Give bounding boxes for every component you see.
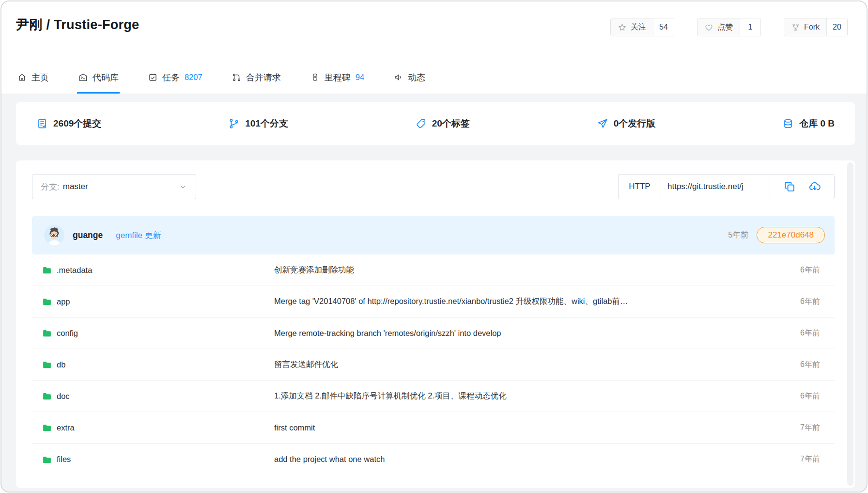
file-row-app[interactable]: app Merge tag 'V20140708' of http://repo… [32, 286, 835, 318]
file-row-metadata[interactable]: .metadata 创新竞赛添加删除功能 6年前 [32, 254, 835, 286]
file-name-cell[interactable]: config [32, 328, 274, 338]
file-name: app [57, 297, 70, 306]
clone-url-group: HTTP https://git.trustie.net/j [618, 174, 835, 199]
action-button-fork[interactable]: Fork 20 [784, 18, 848, 36]
file-commit-time: 6年前 [762, 265, 835, 275]
file-name-cell[interactable]: .metadata [32, 265, 274, 275]
file-commit-message[interactable]: first commit [274, 423, 762, 432]
action-count[interactable]: 20 [827, 18, 847, 36]
repo-header: 尹刚 / Trustie-Forge 关注 54 点赞 1 [1, 1, 867, 94]
repo-stats-bar: 2609个提交 101个分支 20个标签 0个发行版 仓库 0 B [16, 102, 855, 145]
action-icon [618, 23, 627, 32]
tab-home[interactable]: 主页 [16, 63, 50, 94]
stat-tags[interactable]: 20个标签 [415, 117, 470, 130]
folder-icon [42, 359, 52, 370]
file-name: extra [57, 423, 75, 432]
app-window: 尹刚 / Trustie-Forge 关注 54 点赞 1 [0, 0, 868, 493]
tab-icon [393, 72, 403, 82]
action-label-text: Fork [804, 23, 820, 32]
file-name: config [57, 329, 78, 338]
file-row-doc[interactable]: doc 1.添加文档 2.邮件中缺陷序号计算机制优化 2.项目、课程动态优化 6… [32, 381, 835, 412]
file-name: doc [57, 392, 70, 401]
action-count[interactable]: 1 [740, 18, 760, 36]
action-label-text: 点赞 [717, 22, 733, 32]
folder-icon [42, 265, 52, 275]
tab-activity[interactable]: 动态 [392, 63, 426, 94]
action-count[interactable]: 54 [653, 18, 674, 36]
file-row-config[interactable]: config Merge remote-tracking branch 'rem… [32, 318, 835, 349]
table-row-partial[interactable] [32, 475, 835, 488]
stat-icon [597, 118, 608, 129]
file-name-cell[interactable]: db [32, 359, 274, 370]
tab-count-badge: 94 [356, 73, 364, 82]
file-name-cell[interactable]: app [32, 296, 274, 307]
avatar-illustration [44, 225, 64, 245]
tab-icon [17, 72, 27, 82]
stat-commits[interactable]: 2609个提交 [36, 117, 101, 130]
file-commit-message[interactable]: 留言发送邮件优化 [274, 359, 762, 370]
tab-label: 代码库 [93, 72, 119, 83]
file-name: .metadata [57, 266, 92, 275]
clone-url-field[interactable]: https://git.trustie.net/j [661, 175, 770, 199]
chevron-down-icon [178, 182, 187, 191]
tab-icon [310, 72, 320, 82]
file-commit-time: 7年前 [762, 454, 835, 464]
file-row-extra[interactable]: extra first commit 7年前 [32, 412, 835, 444]
file-browser-card: 分支: master HTTP https://git.trustie.net/… [16, 160, 855, 488]
copy-icon[interactable] [783, 180, 796, 193]
action-icon [791, 23, 800, 32]
folder-icon [42, 328, 52, 338]
stat-branches[interactable]: 101个分支 [228, 117, 288, 130]
commit-time: 5年前 [728, 230, 748, 240]
file-name-cell[interactable]: files [32, 454, 274, 465]
file-name: db [57, 360, 65, 369]
tab-repository[interactable]: 代码库 [77, 63, 120, 94]
branch-selector-value: master [63, 182, 88, 191]
stat-label: 101个分支 [245, 117, 288, 130]
stat-size[interactable]: 仓库 0 B [782, 117, 835, 130]
file-commit-message[interactable]: 1.添加文档 2.邮件中缺陷序号计算机制优化 2.项目、课程动态优化 [274, 391, 762, 401]
folder-icon [42, 454, 52, 465]
file-commit-time: 6年前 [762, 360, 835, 370]
stat-label: 2609个提交 [53, 117, 101, 130]
file-commit-message[interactable]: 创新竞赛添加删除功能 [274, 265, 762, 275]
file-commit-time: 6年前 [762, 328, 835, 338]
file-row-db[interactable]: db 留言发送邮件优化 6年前 [32, 349, 835, 381]
branch-selector[interactable]: 分支: master [32, 174, 196, 199]
cloud-download-icon[interactable] [808, 180, 821, 193]
folder-icon [42, 422, 52, 433]
folder-icon [42, 486, 52, 488]
file-row-files[interactable]: files add the project what one watch 7年前 [32, 444, 835, 475]
file-name-cell[interactable]: extra [32, 422, 274, 433]
tab-label: 任务 [162, 72, 180, 83]
file-commit-message[interactable]: add the project what one watch [274, 455, 762, 464]
tab-milestones[interactable]: 里程碑 94 [309, 63, 365, 94]
file-commit-message[interactable]: Merge tag 'V20140708' of http://reposito… [274, 296, 762, 307]
clone-protocol-select[interactable]: HTTP [619, 175, 661, 199]
tab-icon [78, 72, 88, 82]
action-button-watch[interactable]: 关注 54 [610, 18, 674, 36]
file-name-cell [32, 486, 274, 488]
file-commit-time: 7年前 [762, 423, 835, 433]
tab-pulls[interactable]: 合并请求 [231, 63, 282, 94]
tab-label: 里程碑 [325, 72, 351, 83]
file-table: .metadata 创新竞赛添加删除功能 6年前 app Merge tag '… [32, 254, 835, 475]
tab-issues[interactable]: 任务 8207 [147, 63, 203, 94]
vertical-scrollbar[interactable] [847, 162, 853, 486]
commit-hash-badge[interactable]: 221e70d648 [757, 227, 825, 243]
file-name: files [57, 455, 71, 464]
commit-author[interactable]: guange [73, 230, 103, 240]
action-button-praise[interactable]: 点赞 1 [697, 18, 761, 36]
file-commit-time: 6年前 [762, 391, 835, 401]
latest-commit-banner: guange gemfile 更新 5年前 221e70d648 [32, 216, 835, 254]
file-commit-message[interactable]: Merge remote-tracking branch 'remotes/or… [274, 329, 762, 338]
commit-message-link[interactable]: gemfile 更新 [116, 230, 161, 241]
stat-label: 20个标签 [432, 117, 470, 130]
action-button-label: 关注 [611, 18, 653, 36]
file-name-cell[interactable]: doc [32, 391, 274, 401]
folder-icon [42, 296, 52, 307]
avatar[interactable] [44, 225, 64, 245]
repo-toolbar: 分支: master HTTP https://git.trustie.net/… [32, 174, 835, 199]
stat-releases[interactable]: 0个发行版 [597, 117, 656, 130]
stat-label: 仓库 0 B [799, 117, 835, 130]
